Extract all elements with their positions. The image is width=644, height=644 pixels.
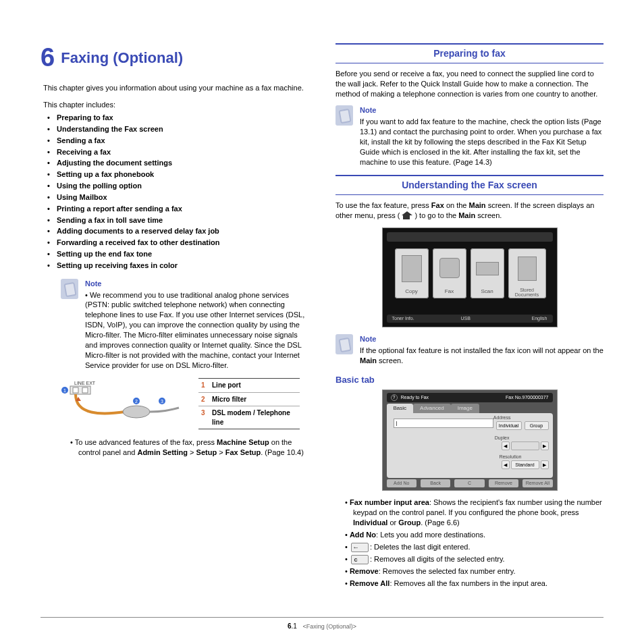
includes-label: This chapter includes: [41, 100, 308, 110]
topic-item[interactable]: Sending a fax in toll save time [50, 215, 308, 225]
legend-num: 2 [201, 395, 212, 404]
legend-num: 3 [201, 408, 212, 427]
chapter-number: 6 [41, 43, 55, 72]
preparing-para: Before you send or receive a fax, you ne… [336, 69, 603, 99]
basic-tab-screenshot: ? Ready to Fax Fax No.9700000377 Basic A… [382, 390, 558, 491]
basic-item-back: : Deletes the last digit entered. [336, 542, 603, 552]
tab-basic: Basic [387, 404, 414, 414]
legend-row: 3 DSL modem / Telephone line [198, 406, 300, 429]
topic-item[interactable]: Forwarding a received fax to other desti… [50, 238, 308, 248]
svg-text:LINE  EXT: LINE EXT [74, 381, 96, 385]
note-title: Note [360, 334, 603, 344]
page-number-minor: .1 [291, 622, 296, 630]
advanced-features-note: To use advanced features of the fax, pre… [61, 437, 308, 458]
svg-text:3: 3 [161, 399, 163, 404]
page-footer-title: <Faxing (Optional)> [303, 623, 357, 630]
main-panel-stored: Stored Documents [508, 248, 546, 298]
note-block: Note If you want to add fax feature to t… [336, 105, 603, 167]
tab-image: Image [451, 404, 479, 414]
page-footer: 6.1 <Faxing (Optional)> [41, 617, 603, 631]
note-title: Note [85, 279, 308, 289]
micro-filter-diagram: LINE EXT 1 2 3 [61, 378, 189, 431]
basic-item-remove: Remove: Removes the selected fax number … [336, 566, 603, 576]
legend-num: 1 [201, 381, 212, 390]
svg-point-6 [123, 406, 150, 418]
topic-item[interactable]: Setting up receiving faxes in color [50, 261, 308, 271]
understanding-para: To use the fax feature, press Fax on the… [336, 200, 603, 221]
diagram-legend: 1 Line port 2 Micro filter 3 DSL modem /… [198, 378, 300, 429]
chapter-title: Faxing (Optional) [61, 49, 183, 66]
chapter-heading: 6 Faxing (Optional) [41, 41, 308, 75]
basic-item-addno: Add No: Lets you add more destinations. [336, 530, 603, 540]
topic-item[interactable]: Preparing to fax [50, 113, 308, 123]
topic-item[interactable]: Using Mailbox [50, 192, 308, 203]
note-icon [61, 279, 78, 299]
main-panel-scan: Scan [471, 248, 504, 298]
topic-item[interactable]: Adding documents to a reserved delay fax… [50, 226, 308, 236]
topic-item[interactable]: Understanding the Fax screen [50, 124, 308, 134]
legend-row: 2 Micro filter [198, 393, 300, 407]
topic-list: Preparing to fax Understanding the Fax s… [41, 113, 308, 271]
topic-item[interactable]: Adjusting the document settings [50, 158, 308, 168]
topic-item[interactable]: Printing a report after sending a fax [50, 204, 308, 214]
fax-number-input: | [394, 419, 493, 428]
note-icon [336, 334, 353, 354]
note-icon [336, 105, 353, 126]
clear-icon [351, 555, 369, 564]
home-icon [401, 212, 413, 220]
chapter-intro: This chapter gives you information about… [41, 83, 308, 93]
topic-item[interactable]: Sending a fax [50, 136, 308, 146]
note-body: If the optional fax feature is not insta… [360, 346, 603, 366]
legend-label: Line port [212, 381, 297, 390]
svg-text:1: 1 [63, 388, 66, 393]
basic-item-clear: : Removes all digits of the selected ent… [336, 554, 603, 564]
subheading-basic-tab: Basic tab [336, 374, 603, 386]
section-heading-understanding: Understanding the Fax screen [336, 175, 603, 195]
topic-item[interactable]: Setting up a fax phonebook [50, 169, 308, 180]
topic-item[interactable]: Using the polling option [50, 181, 308, 191]
basic-item-faxnum: Fax number input area: Shows the recipie… [336, 498, 603, 528]
topic-item[interactable]: Setting up the end fax tone [50, 249, 308, 259]
basic-item-removeall: Remove All: Removes all the fax numbers … [336, 579, 603, 589]
svg-text:2: 2 [135, 399, 138, 404]
svg-rect-3 [82, 387, 88, 393]
svg-rect-2 [73, 387, 78, 393]
note-block: Note If the optional fax feature is not … [336, 334, 603, 366]
legend-row: 1 Line port [198, 379, 300, 393]
note-block: Note • We recommend you to use tradition… [61, 279, 308, 371]
section-heading-preparing: Preparing to fax [336, 43, 603, 63]
legend-label: Micro filter [212, 395, 297, 404]
main-panel-copy: Copy [395, 248, 429, 298]
main-panel-fax: Fax [433, 248, 466, 298]
legend-label: DSL modem / Telephone line [212, 408, 297, 427]
main-screen-screenshot: Copy Fax Scan Stored Documents Toner Inf… [382, 227, 558, 327]
backspace-icon [351, 543, 369, 552]
note-title: Note [360, 105, 603, 115]
tab-advanced: Advanced [413, 404, 451, 414]
note-body: • We recommend you to use traditional an… [85, 290, 308, 371]
topic-item[interactable]: Receiving a fax [50, 147, 308, 157]
note-body: If you want to add fax feature to the ma… [360, 117, 603, 167]
